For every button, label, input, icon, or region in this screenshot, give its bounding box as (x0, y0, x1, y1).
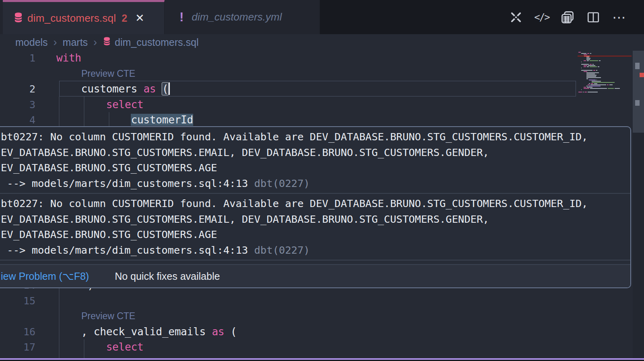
minimap-row (578, 92, 632, 92)
minimap-row (578, 69, 632, 70)
compiled-code-icon[interactable]: </> (534, 9, 550, 25)
code-line: , check_valid_emails as ( (56, 324, 237, 340)
breadcrumb-item-marts[interactable]: marts (63, 37, 88, 48)
minimap-row (578, 59, 632, 60)
minimap-row (578, 74, 632, 74)
more-actions-icon[interactable]: ⋯ (611, 9, 627, 25)
chevron-right-icon: › (93, 36, 97, 49)
code-line: select (56, 339, 143, 355)
minimap-row (578, 89, 632, 90)
code-row-2[interactable]: 2 customers as ( (0, 81, 576, 97)
indent-guide (59, 96, 60, 126)
minimap-row (578, 71, 632, 72)
minimap-row (578, 66, 632, 67)
hover-divider (0, 260, 630, 260)
minimap-row (578, 55, 632, 56)
scrollbar-decoration (635, 100, 640, 106)
minimap-row (578, 80, 632, 80)
dbt-icon[interactable] (508, 9, 524, 25)
code-line: customerId (56, 112, 193, 128)
diagnostics-hover-popup: bt0227: No column CUSTOMERID found. Avai… (0, 126, 631, 288)
code-row-3[interactable]: 3 select (0, 97, 576, 113)
minimap-row (578, 63, 632, 64)
hover-status-bar: iew Problem (⌥F8) No quick fixes availab… (0, 264, 630, 287)
tab-dim-customers-sql[interactable]: dim_customers.sql 2 ✕ (3, 0, 165, 34)
codelens-preview-cte[interactable]: Preview CTE (81, 308, 135, 324)
minimap-row (578, 86, 632, 86)
minimap-row (578, 54, 632, 55)
code-line: select (56, 97, 143, 113)
line-number: 15 (0, 293, 35, 309)
minimap-row (578, 60, 632, 61)
minimap-row (578, 57, 632, 57)
diagnostic-message: bt0227: No column CUSTOMERID found. Avai… (0, 127, 630, 193)
code-row-17[interactable]: 17 select (0, 339, 576, 355)
diagnostic-line: EV_DATABASE.BRUNO.STG_CUSTOMERS.AGE (1, 160, 627, 176)
minimap[interactable] (578, 52, 632, 96)
scrollbar-decoration (640, 73, 644, 77)
error-token: customerId (131, 114, 193, 126)
minimap-row (578, 58, 632, 59)
query-results-icon[interactable] (559, 9, 576, 25)
code-line: with (56, 50, 81, 66)
minimap-row (578, 64, 632, 65)
close-icon[interactable]: ✕ (135, 12, 144, 25)
indent-guide (59, 288, 60, 358)
minimap-row (578, 53, 632, 54)
minimap-row (578, 88, 632, 89)
codelens-preview-cte[interactable]: Preview CTE (81, 66, 135, 82)
minimap-row (578, 77, 632, 78)
database-icon (103, 36, 111, 49)
text-cursor (169, 82, 170, 95)
minimap-row (578, 87, 632, 88)
diagnostic-line: EV_DATABASE.BRUNO.STG_CUSTOMERS.EMAIL, D… (1, 145, 627, 160)
diagnostic-line: EV_DATABASE.BRUNO.STG_CUSTOMERS.EMAIL, D… (1, 211, 627, 227)
split-editor-icon[interactable] (585, 9, 601, 25)
tab-title: dim_customers.yml (192, 11, 282, 23)
code-row-4[interactable]: 4 customerId (0, 112, 576, 128)
chevron-right-icon: › (54, 36, 57, 49)
no-quick-fixes-label: No quick fixes available (115, 271, 220, 282)
tab-error-count-badge: 2 (122, 12, 127, 24)
diagnostic-line: --> models/marts/dim_customers.sql:4:13 … (1, 176, 627, 191)
view-problem-link[interactable]: iew Problem (⌥F8) (1, 271, 89, 282)
code-row-16[interactable]: 16 , check_valid_emails as ( (0, 324, 576, 340)
line-number: 4 (0, 112, 35, 128)
line-number: 2 (0, 81, 35, 97)
line-number: 16 (0, 324, 35, 340)
tab-title: dim_customers.sql (27, 12, 116, 25)
diagnostic-line: bt0227: No column CUSTOMERID found. Avai… (1, 196, 627, 211)
line-number: 1 (0, 50, 35, 66)
minimap-row (578, 65, 632, 66)
line-number: 17 (0, 339, 35, 355)
minimap-row (578, 72, 632, 73)
scrollbar-decoration (635, 63, 640, 69)
diagnostic-line: EV_DATABASE.BRUNO.STG_CUSTOMERS.AGE (1, 227, 627, 242)
diagnostic-line: bt0227: No column CUSTOMERID found. Avai… (1, 129, 627, 145)
breadcrumb-item-file[interactable]: dim_customers.sql (115, 37, 198, 48)
minimap-row (578, 76, 632, 77)
warning-icon: ! (180, 10, 184, 25)
diagnostic-message: bt0227: No column CUSTOMERID found. Avai… (0, 194, 630, 260)
minimap-row (578, 84, 632, 85)
tab-bar: dim_customers.sql 2 ✕ ! dim_customers.ym… (0, 0, 644, 34)
diagnostic-line: --> models/marts/dim_customers.sql:4:13 … (1, 242, 627, 258)
minimap-row (578, 75, 632, 76)
indent-guide (84, 339, 85, 358)
tab-dim-customers-yml[interactable]: ! dim_customers.yml (165, 0, 320, 34)
code-row-1[interactable]: 1with (0, 50, 576, 66)
code-row-15[interactable]: 15 (0, 293, 576, 309)
minimap-row (578, 83, 632, 84)
breadcrumb: models › marts › dim_customers.sql (0, 34, 644, 50)
minimap-row (578, 82, 632, 83)
editor-actions: </> ⋯ (508, 0, 644, 34)
breadcrumb-item-models[interactable]: models (15, 37, 48, 48)
minimap-row (578, 81, 632, 82)
vscode-window: dim_customers.sql 2 ✕ ! dim_customers.ym… (0, 0, 644, 361)
minimap-row (578, 78, 632, 79)
minimap-row (578, 68, 632, 68)
line-number: 3 (0, 97, 35, 113)
indent-guide (109, 112, 109, 126)
minimap-row (578, 70, 632, 71)
minimap-row (578, 90, 632, 91)
